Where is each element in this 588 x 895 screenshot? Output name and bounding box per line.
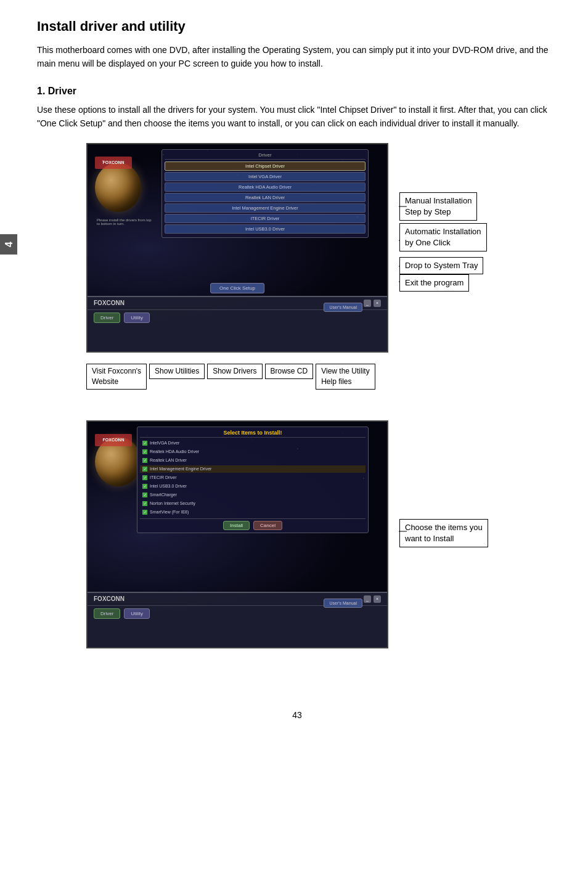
screen2-bottom-bar: FOXCONN _ × Driver Utility User's Manual (88, 592, 387, 647)
screenshot2-container: FOXCONN Select Items to Install! ✓ Intel… (37, 420, 557, 648)
screen-nav-buttons: Driver Utility (88, 310, 387, 325)
check-lan[interactable]: ✓ (142, 458, 147, 463)
cancel-button[interactable]: Cancel (253, 521, 282, 530)
screen1-image: FOXCONN Please install the drivers from … (86, 143, 388, 353)
close-icon-2[interactable]: × (374, 595, 381, 603)
check-smartview[interactable]: ✓ (142, 510, 147, 515)
select-panel: Select Items to Install! ✓ IntelVGA Driv… (137, 427, 369, 533)
callout-visit: Visit Foxconn's Website (86, 364, 147, 390)
utility-tab-button[interactable]: Utility (124, 313, 150, 323)
check-norton[interactable]: ✓ (142, 501, 147, 506)
select-item-usb3[interactable]: ✓ Intel USB3.0 Driver (140, 483, 365, 490)
select-item-norton[interactable]: ✓ Norton Internet Security (140, 500, 365, 507)
install-cancel-row: Install Cancel (140, 518, 365, 530)
users-manual-button[interactable]: User's Manual (324, 303, 362, 312)
foxconn-logo-2: FOXCONN (95, 434, 132, 446)
select-item-audio[interactable]: ✓ Realtek HDA Audio Driver (140, 448, 365, 456)
utility-tab-button-2[interactable]: Utility (124, 608, 150, 619)
driver-note: Please install the drivers from top to b… (97, 218, 152, 226)
driver-item-audio[interactable]: Realtek HDA Audio Driver (165, 182, 365, 192)
screenshot1-container: FOXCONN Please install the drivers from … (37, 143, 557, 353)
foxconn-logo: FOXCONN (95, 157, 132, 169)
callout-show-drivers: Show Drivers (207, 364, 262, 379)
select-item-smartview[interactable]: ✓ SmartView (For IE8) (140, 509, 365, 516)
install-button[interactable]: Install (223, 521, 250, 530)
screen-bottom-bar: FOXCONN _ × Driver Utility User's Manual (88, 296, 387, 351)
callout-view-utility: View the Utility Help files (316, 364, 375, 390)
screen2-image: FOXCONN Select Items to Install! ✓ Intel… (86, 420, 388, 648)
minimize-icon[interactable]: _ (364, 300, 371, 307)
driver-item-chipset[interactable]: Intel Chipset Driver (165, 161, 365, 171)
callout-exit: Exit the program (399, 274, 469, 292)
check-itecir[interactable]: ✓ (142, 475, 147, 480)
close-icon[interactable]: × (374, 300, 381, 307)
screen2-icons: _ × (364, 595, 381, 603)
planet-graphic (95, 163, 141, 212)
check-smartcharger[interactable]: ✓ (142, 492, 147, 497)
page-tab: 4 (0, 234, 17, 255)
foxconn-name: FOXCONN (94, 300, 125, 306)
select-item-mgmt[interactable]: ✓ Intel Management Engine Driver (140, 465, 365, 473)
page-number: 43 (37, 710, 557, 720)
minimize-icon-2[interactable]: _ (364, 595, 371, 603)
callout-choose: Choose the items you want to Install (399, 519, 488, 547)
users-manual-button-2[interactable]: User's Manual (324, 599, 362, 608)
driver-item-itecir[interactable]: ITECIR Driver (165, 214, 365, 223)
check-audio[interactable]: ✓ (142, 449, 147, 454)
callout-manual: Manual Installation Step by Step (399, 192, 477, 221)
callout-drop-tray: Drop to System Tray (399, 257, 483, 274)
screen-icons: _ × (364, 300, 381, 307)
driver-panel-title: Driver (165, 152, 365, 160)
callout-browse-cd: Browse CD (265, 364, 314, 379)
select-item-lan[interactable]: ✓ Realtek LAN Driver (140, 457, 365, 464)
check-vga[interactable]: ✓ (142, 441, 147, 446)
section1-desc: Use these options to install all the dri… (37, 103, 557, 131)
select-item-smartcharger[interactable]: ✓ SmartCharger (140, 491, 365, 499)
driver-item-lan[interactable]: Realtek LAN Driver (165, 193, 365, 202)
select-panel-title: Select Items to Install! (140, 430, 365, 438)
bottom-labels-row: Visit Foxconn's Website Show Utilities S… (86, 364, 375, 390)
driver-item-usb3[interactable]: Intel USB3.0 Driver (165, 224, 365, 234)
page-title: Install driver and utility (37, 18, 557, 35)
section1-title: 1. Driver (37, 86, 557, 97)
select-item-itecir[interactable]: ✓ ITECIR Driver (140, 474, 365, 481)
driver-item-vga[interactable]: Intel VGA Driver (165, 172, 365, 181)
driver-item-mgmt[interactable]: Intel Management Engine Driver (165, 203, 365, 213)
driver-tab-button-2[interactable]: Driver (94, 608, 120, 619)
check-usb3[interactable]: ✓ (142, 484, 147, 489)
driver-tab-button[interactable]: Driver (94, 313, 120, 323)
intro-text: This motherboard comes with one DVD, aft… (37, 43, 557, 71)
callout-automatic: Automatic Installation by One Click (399, 223, 487, 251)
select-item-vga[interactable]: ✓ IntelVGA Driver (140, 439, 365, 447)
callout-show-utilities: Show Utilities (149, 364, 205, 379)
check-mgmt[interactable]: ✓ (142, 467, 147, 472)
screen2-nav-buttons: Driver Utility (88, 606, 387, 621)
driver-panel: Driver Intel Chipset Driver Intel VGA Dr… (161, 149, 369, 238)
foxconn-name-2: FOXCONN (94, 595, 125, 602)
one-click-setup-button[interactable]: One Click Setup (210, 283, 264, 293)
